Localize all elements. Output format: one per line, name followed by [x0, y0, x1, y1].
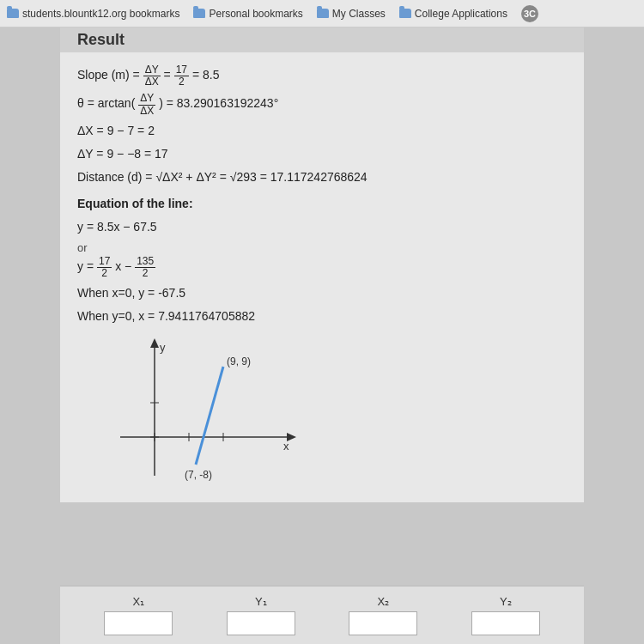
- x1-label: X₁: [132, 595, 144, 608]
- or-text: or: [77, 241, 567, 254]
- dy-line: ΔY = 9 − −8 = 17: [77, 145, 567, 163]
- slope-frac1-den: ΔX: [143, 76, 161, 88]
- bookmark-myclasses[interactable]: My Classes: [317, 8, 386, 20]
- eq2-frac-den: 2: [100, 268, 109, 279]
- folder-icon-personal: [193, 9, 205, 18]
- graph-container: y x: [94, 334, 318, 489]
- x1-input[interactable]: [104, 611, 173, 635]
- distance-line: Distance (d) = √ΔX² + ΔY² = √293 = 17.11…: [77, 168, 567, 186]
- bottom-bar: X₁ Y₁ X₂ Y₂: [60, 586, 584, 644]
- svg-marker-1: [150, 338, 159, 348]
- theta-fraction: ΔY ΔX: [138, 93, 155, 116]
- bookmark-bar: students.blountk12.org bookmarks Persona…: [0, 0, 644, 27]
- y2-group: Y₂: [471, 595, 540, 635]
- folder-icon: [7, 9, 19, 18]
- bookmark-college[interactable]: College Applications: [399, 8, 507, 20]
- result-title: Result: [60, 27, 584, 52]
- svg-line-11: [196, 367, 223, 465]
- slope-frac2-den: 2: [177, 76, 186, 88]
- eq2-fraction: 17 2: [97, 256, 112, 279]
- equation-2: y = 17 2 x − 135 2: [77, 256, 567, 279]
- y1-input[interactable]: [227, 611, 295, 635]
- svg-text:y: y: [160, 341, 166, 354]
- x2-label: X₂: [377, 595, 389, 608]
- equation-title: Equation of the line:: [77, 195, 567, 213]
- theta-frac-num: ΔY: [138, 93, 155, 105]
- distance-value: = √293 = 17.117242768624: [220, 170, 368, 184]
- distance-label: Distance (d) =: [77, 170, 155, 184]
- dx-line: ΔX = 9 − 7 = 2: [77, 122, 567, 140]
- slope-line: Slope (m) = ΔY ΔX = 17 2 = 8.5: [77, 64, 567, 88]
- profile-avatar[interactable]: 3C: [521, 5, 538, 22]
- eq2-fraction2: 135 2: [135, 256, 155, 279]
- main-content: Result Slope (m) = ΔY ΔX = 17 2 = 8.5 θ …: [0, 27, 644, 644]
- eq2-frac2-num: 135: [135, 256, 155, 268]
- graph-svg: y x: [94, 334, 318, 489]
- theta-line: θ = arctan( ΔY ΔX ) = 83.290163192243°: [77, 93, 567, 116]
- folder-icon-myclasses: [317, 9, 329, 18]
- y1-label: Y₁: [255, 595, 267, 608]
- svg-text:(9, 9): (9, 9): [227, 355, 251, 368]
- svg-text:x: x: [283, 440, 289, 453]
- bookmark-personal[interactable]: Personal bookmarks: [193, 8, 302, 20]
- folder-icon-college: [399, 9, 411, 18]
- x2-group: X₂: [349, 595, 417, 635]
- bookmark-college-label: College Applications: [415, 8, 507, 20]
- eq2-frac-num: 17: [97, 256, 112, 268]
- result-panel: Result Slope (m) = ΔY ΔX = 17 2 = 8.5 θ …: [60, 27, 584, 502]
- slope-frac1-num: ΔY: [143, 64, 161, 76]
- theta-frac-den: ΔX: [138, 106, 155, 117]
- bookmark-students[interactable]: students.blountk12.org bookmarks: [7, 8, 179, 20]
- slope-frac2-num: 17: [174, 64, 189, 76]
- eq2-prefix: y =: [77, 259, 94, 273]
- theta-value: ) = 83.290163192243°: [159, 97, 278, 111]
- distance-formula: √ΔX² + ΔY²: [155, 170, 216, 184]
- y2-input[interactable]: [471, 611, 540, 635]
- svg-text:(7, -8): (7, -8): [185, 469, 212, 481]
- eq2-suffix: x −: [115, 259, 131, 273]
- theta-label: θ = arctan(: [77, 97, 135, 111]
- y1-group: Y₁: [227, 595, 295, 635]
- outer-wrapper: Result Slope (m) = ΔY ΔX = 17 2 = 8.5 θ …: [0, 27, 644, 644]
- y2-label: Y₂: [500, 595, 512, 608]
- slope-equals: =: [164, 68, 171, 82]
- x2-input[interactable]: [349, 611, 417, 635]
- slope-label: Slope (m) =: [77, 68, 140, 82]
- slope-fraction1: ΔY ΔX: [143, 64, 161, 88]
- bookmark-personal-label: Personal bookmarks: [209, 8, 302, 20]
- when-line-2: When y=0, x = 7.9411764705882: [77, 307, 567, 325]
- slope-fraction2: 17 2: [174, 64, 189, 88]
- when-line-1: When x=0, y = -67.5: [77, 284, 567, 302]
- equation-1: y = 8.5x − 67.5: [77, 218, 567, 236]
- slope-value: = 8.5: [192, 68, 220, 82]
- x1-group: X₁: [104, 595, 173, 635]
- eq2-frac2-den: 2: [141, 268, 150, 279]
- bookmark-myclasses-label: My Classes: [332, 8, 386, 20]
- bookmark-students-label: students.blountk12.org bookmarks: [22, 8, 179, 20]
